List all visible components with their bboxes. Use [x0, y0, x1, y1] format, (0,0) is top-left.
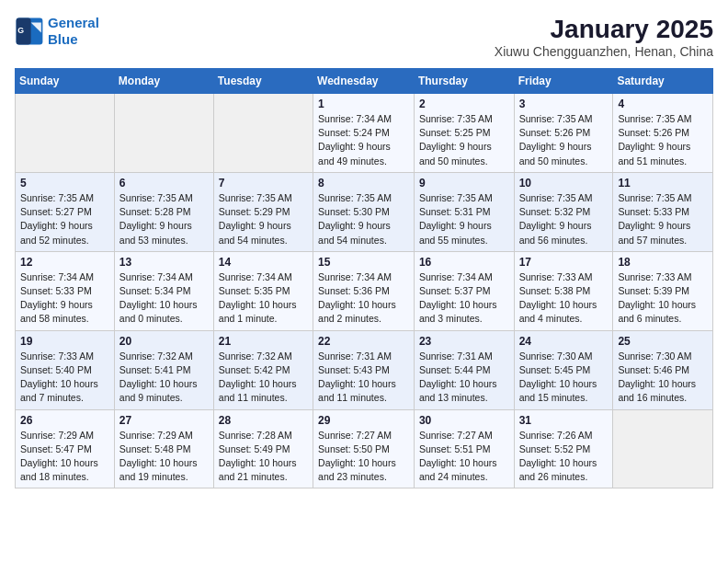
day-number: 27 [119, 414, 209, 427]
col-header-friday: Friday [514, 69, 613, 94]
logo: G General Blue [15, 15, 99, 48]
calendar-cell: 8Sunrise: 7:35 AM Sunset: 5:30 PM Daylig… [313, 172, 415, 251]
day-number: 7 [219, 177, 308, 190]
day-number: 24 [519, 335, 609, 348]
calendar-cell: 31Sunrise: 7:26 AM Sunset: 5:52 PM Dayli… [514, 409, 613, 488]
title-block: January 2025 Xiuwu Chengguanzhen, Henan,… [495, 15, 713, 59]
col-header-sunday: Sunday [16, 69, 115, 94]
day-info: Sunrise: 7:31 AM Sunset: 5:43 PM Dayligh… [318, 350, 409, 406]
day-info: Sunrise: 7:35 AM Sunset: 5:26 PM Dayligh… [519, 112, 609, 168]
day-number: 18 [618, 256, 708, 269]
calendar-cell: 14Sunrise: 7:34 AM Sunset: 5:35 PM Dayli… [213, 251, 313, 330]
col-header-tuesday: Tuesday [213, 69, 313, 94]
calendar-cell: 29Sunrise: 7:27 AM Sunset: 5:50 PM Dayli… [313, 409, 415, 488]
page-header: G General Blue January 2025 Xiuwu Chengg… [15, 15, 713, 59]
day-number: 13 [119, 256, 209, 269]
calendar-cell: 11Sunrise: 7:35 AM Sunset: 5:33 PM Dayli… [613, 172, 713, 251]
week-row-4: 19Sunrise: 7:33 AM Sunset: 5:40 PM Dayli… [16, 330, 713, 409]
day-number: 4 [618, 98, 708, 110]
calendar-cell: 2Sunrise: 7:35 AM Sunset: 5:25 PM Daylig… [414, 94, 514, 173]
day-number: 9 [419, 177, 509, 190]
calendar-cell [613, 409, 713, 488]
calendar-subtitle: Xiuwu Chengguanzhen, Henan, China [495, 44, 713, 59]
calendar-body: 1Sunrise: 7:34 AM Sunset: 5:24 PM Daylig… [16, 94, 713, 488]
day-info: Sunrise: 7:30 AM Sunset: 5:46 PM Dayligh… [618, 350, 708, 406]
day-info: Sunrise: 7:34 AM Sunset: 5:34 PM Dayligh… [119, 270, 209, 327]
day-number: 28 [219, 414, 308, 427]
col-header-monday: Monday [114, 69, 213, 94]
day-info: Sunrise: 7:35 AM Sunset: 5:26 PM Dayligh… [618, 112, 708, 168]
svg-text:G: G [17, 26, 24, 35]
day-info: Sunrise: 7:33 AM Sunset: 5:39 PM Dayligh… [618, 270, 708, 327]
calendar-cell: 26Sunrise: 7:29 AM Sunset: 5:47 PM Dayli… [16, 409, 115, 488]
logo-icon: G [15, 17, 44, 46]
logo-blue: Blue [48, 31, 78, 47]
day-info: Sunrise: 7:29 AM Sunset: 5:48 PM Dayligh… [119, 429, 209, 485]
day-info: Sunrise: 7:27 AM Sunset: 5:50 PM Dayligh… [318, 429, 409, 485]
day-info: Sunrise: 7:33 AM Sunset: 5:40 PM Dayligh… [20, 350, 109, 406]
col-header-wednesday: Wednesday [313, 69, 415, 94]
calendar-cell: 21Sunrise: 7:32 AM Sunset: 5:42 PM Dayli… [213, 330, 313, 409]
day-number: 31 [519, 414, 609, 427]
logo-text: General Blue [48, 15, 99, 48]
calendar-cell: 5Sunrise: 7:35 AM Sunset: 5:27 PM Daylig… [16, 172, 115, 251]
calendar-title: January 2025 [495, 15, 713, 44]
day-number: 10 [519, 177, 609, 190]
calendar-cell: 4Sunrise: 7:35 AM Sunset: 5:26 PM Daylig… [613, 94, 713, 173]
day-info: Sunrise: 7:27 AM Sunset: 5:51 PM Dayligh… [419, 429, 509, 485]
day-number: 26 [20, 414, 109, 427]
day-info: Sunrise: 7:35 AM Sunset: 5:32 PM Dayligh… [519, 191, 609, 247]
day-info: Sunrise: 7:30 AM Sunset: 5:45 PM Dayligh… [519, 350, 609, 406]
day-info: Sunrise: 7:35 AM Sunset: 5:31 PM Dayligh… [419, 191, 509, 247]
calendar-table: SundayMondayTuesdayWednesdayThursdayFrid… [15, 68, 713, 488]
day-number: 21 [219, 335, 308, 348]
day-info: Sunrise: 7:34 AM Sunset: 5:35 PM Dayligh… [219, 270, 308, 327]
day-number: 15 [318, 256, 409, 269]
calendar-cell [16, 94, 115, 173]
day-number: 16 [419, 256, 509, 269]
day-number: 30 [419, 414, 509, 427]
calendar-cell: 12Sunrise: 7:34 AM Sunset: 5:33 PM Dayli… [16, 251, 115, 330]
calendar-cell: 1Sunrise: 7:34 AM Sunset: 5:24 PM Daylig… [313, 94, 415, 173]
week-row-5: 26Sunrise: 7:29 AM Sunset: 5:47 PM Dayli… [16, 409, 713, 488]
calendar-cell: 6Sunrise: 7:35 AM Sunset: 5:28 PM Daylig… [114, 172, 213, 251]
logo-general: General [48, 15, 99, 30]
day-info: Sunrise: 7:34 AM Sunset: 5:36 PM Dayligh… [318, 270, 409, 327]
calendar-cell: 27Sunrise: 7:29 AM Sunset: 5:48 PM Dayli… [114, 409, 213, 488]
calendar-cell: 15Sunrise: 7:34 AM Sunset: 5:36 PM Dayli… [313, 251, 415, 330]
day-number: 17 [519, 256, 609, 269]
day-info: Sunrise: 7:34 AM Sunset: 5:37 PM Dayligh… [419, 270, 509, 327]
calendar-cell: 25Sunrise: 7:30 AM Sunset: 5:46 PM Dayli… [613, 330, 713, 409]
calendar-cell: 24Sunrise: 7:30 AM Sunset: 5:45 PM Dayli… [514, 330, 613, 409]
week-row-3: 12Sunrise: 7:34 AM Sunset: 5:33 PM Dayli… [16, 251, 713, 330]
day-info: Sunrise: 7:32 AM Sunset: 5:42 PM Dayligh… [219, 350, 308, 406]
day-number: 14 [219, 256, 308, 269]
day-info: Sunrise: 7:34 AM Sunset: 5:24 PM Dayligh… [318, 112, 409, 168]
col-header-saturday: Saturday [613, 69, 713, 94]
calendar-cell [114, 94, 213, 173]
day-info: Sunrise: 7:32 AM Sunset: 5:41 PM Dayligh… [119, 350, 209, 406]
day-number: 3 [519, 98, 609, 110]
day-number: 1 [318, 98, 409, 110]
calendar-cell: 28Sunrise: 7:28 AM Sunset: 5:49 PM Dayli… [213, 409, 313, 488]
day-info: Sunrise: 7:31 AM Sunset: 5:44 PM Dayligh… [419, 350, 509, 406]
calendar-cell: 18Sunrise: 7:33 AM Sunset: 5:39 PM Dayli… [613, 251, 713, 330]
day-number: 25 [618, 335, 708, 348]
day-number: 22 [318, 335, 409, 348]
calendar-cell: 3Sunrise: 7:35 AM Sunset: 5:26 PM Daylig… [514, 94, 613, 173]
day-number: 12 [20, 256, 109, 269]
day-number: 20 [119, 335, 209, 348]
calendar-cell: 30Sunrise: 7:27 AM Sunset: 5:51 PM Dayli… [414, 409, 514, 488]
calendar-header-row: SundayMondayTuesdayWednesdayThursdayFrid… [16, 69, 713, 94]
day-info: Sunrise: 7:35 AM Sunset: 5:25 PM Dayligh… [419, 112, 509, 168]
day-number: 2 [419, 98, 509, 110]
calendar-cell: 23Sunrise: 7:31 AM Sunset: 5:44 PM Dayli… [414, 330, 514, 409]
day-info: Sunrise: 7:28 AM Sunset: 5:49 PM Dayligh… [219, 429, 308, 485]
day-number: 5 [20, 177, 109, 190]
day-info: Sunrise: 7:33 AM Sunset: 5:38 PM Dayligh… [519, 270, 609, 327]
calendar-cell: 19Sunrise: 7:33 AM Sunset: 5:40 PM Dayli… [16, 330, 115, 409]
calendar-cell: 17Sunrise: 7:33 AM Sunset: 5:38 PM Dayli… [514, 251, 613, 330]
day-number: 29 [318, 414, 409, 427]
day-info: Sunrise: 7:35 AM Sunset: 5:29 PM Dayligh… [219, 191, 308, 247]
day-number: 19 [20, 335, 109, 348]
